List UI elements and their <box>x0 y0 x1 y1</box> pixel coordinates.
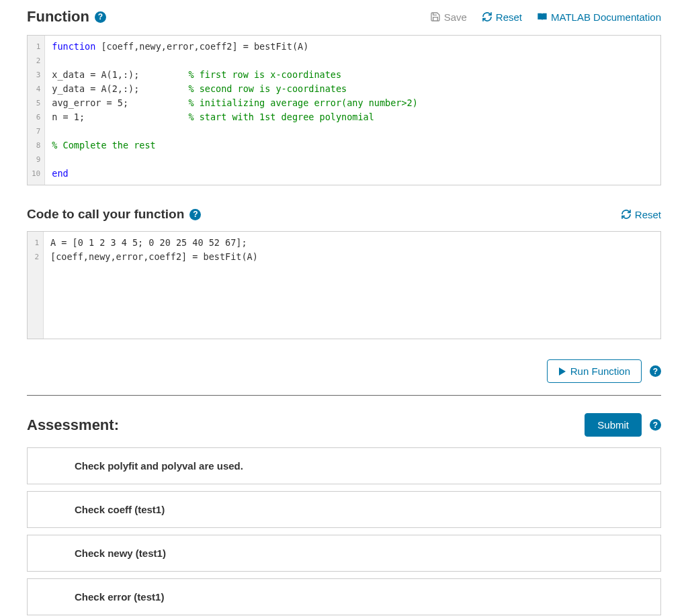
function-gutter: 12345678910 <box>28 36 45 185</box>
reset-icon <box>482 11 492 22</box>
assessment-actions: Submit ? <box>585 413 661 437</box>
assessment-item[interactable]: Check coeff (test1) <box>27 491 661 528</box>
assessment-title: Assessment: <box>27 416 119 434</box>
function-title: Function <box>27 8 89 26</box>
svg-marker-0 <box>559 367 566 376</box>
caller-section-header: Code to call your function ? Reset <box>27 207 661 222</box>
run-function-button[interactable]: Run Function <box>547 359 642 383</box>
save-icon <box>430 11 441 22</box>
reset-button-function[interactable]: Reset <box>482 11 522 23</box>
caller-code-content[interactable]: A = [0 1 2 3 4 5; 0 20 25 40 52 67];[coe… <box>44 232 660 339</box>
save-label: Save <box>444 11 467 23</box>
reset-label: Reset <box>635 209 661 220</box>
reset-button-caller[interactable]: Reset <box>621 209 661 220</box>
book-icon <box>537 11 548 22</box>
caller-title-group: Code to call your function ? <box>27 207 201 222</box>
function-toolbar: Save Reset MATLAB Documentation <box>430 11 661 23</box>
submit-button[interactable]: Submit <box>585 413 642 437</box>
caller-gutter: 12 <box>28 232 44 339</box>
function-code-editor[interactable]: 12345678910 function [coeff,newy,error,c… <box>27 35 661 185</box>
reset-icon <box>621 209 632 220</box>
help-icon[interactable]: ? <box>650 365 661 377</box>
assessment-list: Check polyfit and polyval are used.Check… <box>27 447 661 615</box>
help-icon[interactable]: ? <box>95 11 106 23</box>
reset-label: Reset <box>496 11 522 23</box>
help-icon[interactable]: ? <box>650 419 661 431</box>
play-icon <box>558 367 566 376</box>
caller-code-editor[interactable]: 12 A = [0 1 2 3 4 5; 0 20 25 40 52 67];[… <box>27 231 661 339</box>
assessment-item[interactable]: Check newy (test1) <box>27 535 661 572</box>
assessment-header: Assessment: Submit ? <box>27 413 661 437</box>
function-code-content[interactable]: function [coeff,newy,error,coeff2] = bes… <box>45 36 660 185</box>
caller-title: Code to call your function <box>27 207 184 222</box>
help-icon[interactable]: ? <box>189 209 201 220</box>
assessment-item[interactable]: Check polyfit and polyval are used. <box>27 447 661 484</box>
function-section-header: Function ? Save Reset MATLAB Documentati… <box>27 8 661 26</box>
run-label: Run Function <box>570 365 630 377</box>
function-title-group: Function ? <box>27 8 106 26</box>
assessment-item[interactable]: Check error (test1) <box>27 578 661 615</box>
docs-link[interactable]: MATLAB Documentation <box>537 11 661 23</box>
save-button[interactable]: Save <box>430 11 467 23</box>
docs-label: MATLAB Documentation <box>551 11 661 23</box>
run-row: Run Function ? <box>27 359 661 396</box>
